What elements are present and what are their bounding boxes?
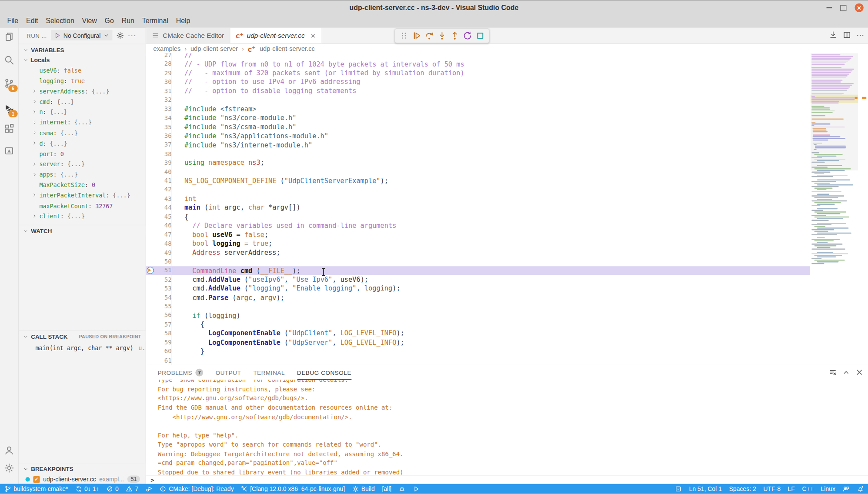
breadcrumb-item[interactable]: udp-client-server.cc [260,45,315,52]
menu-terminal[interactable]: Terminal [138,14,172,28]
minimize-icon[interactable] [827,7,832,9]
variable-row[interactable]: useV6: false [19,65,146,76]
menu-view[interactable]: View [78,14,101,28]
variable-row[interactable]: n: {...} [19,107,146,117]
continue-button[interactable] [411,30,423,42]
split-editor-icon[interactable] [842,30,851,39]
menu-edit[interactable]: Edit [22,14,42,28]
activity-run-and-debug[interactable]: 1 [0,100,18,118]
code-line-57[interactable]: 57 { [146,320,810,329]
close-panel-icon[interactable] [855,368,864,377]
code-line-46[interactable]: 46 // Declare variables used in command-… [146,221,810,230]
activity-account[interactable] [0,441,18,460]
variable-row[interactable]: cmd: {...} [19,97,146,107]
debug-configuration-dropdown[interactable]: No Configural [51,30,113,40]
status-remote-indicator[interactable] [675,485,682,492]
menu-help[interactable]: Help [172,14,194,28]
close-icon[interactable]: ✕ [855,3,863,12]
breakpoint-checkbox[interactable]: ✓ [33,476,40,482]
code-line-39[interactable]: 39 using namespace ns3; [146,158,810,167]
code-line-47[interactable]: 47 bool useV6 = false; [146,230,810,239]
status-eol[interactable]: LF [788,485,795,492]
status-cmake-target[interactable]: [all] [382,485,391,492]
variable-row[interactable]: client: {...} [19,211,146,221]
maximize-panel-icon[interactable] [842,368,850,377]
code-line-50[interactable]: 50 [146,257,810,266]
panel-tab-debug-console[interactable]: DEBUG CONSOLE [297,365,351,380]
code-line-44[interactable]: 44 main (int argc, char *argv[]) [146,203,810,212]
variable-row[interactable]: port: 0 [19,148,146,159]
variable-row[interactable]: interPacketInterval: {...} [19,190,146,200]
code-line-49[interactable]: 49 Address serverAddress; [146,248,810,257]
status-os[interactable]: Linux [821,485,835,492]
status-language-mode[interactable]: C++ [802,485,813,492]
code-line-51[interactable]: 51 CommandLine cmd (__FILE__); [146,266,810,275]
scope-row[interactable]: Locals [19,55,146,65]
activity-source-control[interactable]: 6 [0,74,18,93]
call-stack-section-header[interactable]: CALL STACK PAUSED ON BREAKPOINT [19,330,146,342]
debug-console-output[interactable]: Type "show configuration" for configurat… [146,365,868,476]
code-line-48[interactable]: 48 bool logging = true; [146,239,810,248]
configure-gear-icon[interactable] [116,31,124,39]
code-line-42[interactable]: 42 [146,185,810,194]
more-actions-icon[interactable]: ⋯ [856,30,865,39]
close-tab-icon[interactable] [308,32,316,38]
code-line-38[interactable]: 38 [146,150,810,159]
call-stack-frame[interactable]: main(int argc, char ** argv) u. [19,342,146,353]
step-over-button[interactable] [424,30,435,42]
status-cursor-position[interactable]: Ln 51, Col 1 [689,485,722,492]
status-notifications[interactable] [857,485,864,492]
code-line-61[interactable]: 61 [146,356,810,365]
status-git-branch[interactable]: buildsystem-cmake* [4,485,68,492]
activity-extensions[interactable] [0,120,18,138]
panel-tab-output[interactable]: OUTPUT [216,365,241,380]
start-debugging-icon[interactable] [54,32,60,38]
code-line-54[interactable]: 54 cmd.Parse (argc, argv); [146,293,810,302]
panel-tab-terminal[interactable]: TERMINAL [253,365,285,380]
variable-row[interactable]: apps: {...} [19,169,146,180]
restart-button[interactable] [462,30,474,42]
code-line-40[interactable]: 40 [146,167,810,177]
menu-selection[interactable]: Selection [42,14,78,28]
code-line-32[interactable]: 32 [146,96,810,105]
status-cmake-kit[interactable]: [Clang 12.0.0 x86_64-pc-linux-gnu] [241,485,345,492]
code-line-52[interactable]: 52 cmd.AddValue ("useIpv6", "Use Ipv6", … [146,275,810,284]
code-line-31[interactable]: 31 // - option to disable logging statem… [146,87,810,96]
menu-go[interactable]: Go [101,14,118,28]
code-line-45[interactable]: 45 { [146,212,810,221]
console-input-row[interactable]: > [146,475,868,484]
breadcrumb-item[interactable]: udp-client-server [190,45,238,52]
activity-search[interactable] [0,51,18,69]
code-line-35[interactable]: 35 #include "ns3/csma-module.h" [146,123,810,132]
code-line-58[interactable]: 58 LogComponentEnable ("UdpClient", LOG_… [146,329,810,338]
code-line-27[interactable]: 27 // [146,53,810,60]
code-line-30[interactable]: 30 // - option to use IPv4 or IPv6 addre… [146,77,810,87]
open-changes-icon[interactable] [829,30,838,39]
code-line-36[interactable]: 36 #include "ns3/applications-module.h" [146,131,810,140]
clear-console-icon[interactable] [829,368,837,377]
breakpoint-item[interactable]: ✓ udp-client-server.cc exampl... 51 [19,474,146,484]
code-line-33[interactable]: 33 #include <fstream> [146,104,810,113]
tab-cmake-cache-editor[interactable]: CMake Cache Editor [146,28,230,43]
status-warnings[interactable]: 7 [126,485,138,492]
step-into-button[interactable] [436,30,448,42]
menu-run[interactable]: Run [118,14,138,28]
variable-row[interactable]: MaxPacketSize: 0 [19,180,146,190]
variable-row[interactable]: maxPacketCount: 32767 [19,200,146,211]
panel-tab-problems[interactable]: PROBLEMS 7 [158,365,204,380]
menu-file[interactable]: File [3,14,22,28]
variables-section-header[interactable]: VARIABLES [19,44,146,56]
variable-row[interactable]: d: {...} [19,138,146,148]
status-cmake-build[interactable]: Build [352,485,375,492]
breadcrumb-item[interactable]: examples [154,45,181,52]
variable-row[interactable]: serverAddress: {...} [19,86,146,97]
variable-row[interactable]: csma: {...} [19,128,146,138]
minimap[interactable] [811,53,858,365]
code-line-41[interactable]: 41 NS_LOG_COMPONENT_DEFINE ("UdpClientSe… [146,177,810,186]
status-run-target[interactable] [413,485,420,492]
step-out-button[interactable] [449,30,461,42]
code-line-55[interactable]: 55 [146,302,810,311]
variable-row[interactable]: server: {...} [19,159,146,169]
code-line-37[interactable]: 37 #include "ns3/internet-module.h" [146,140,810,150]
variable-row[interactable]: logging: true [19,76,146,86]
